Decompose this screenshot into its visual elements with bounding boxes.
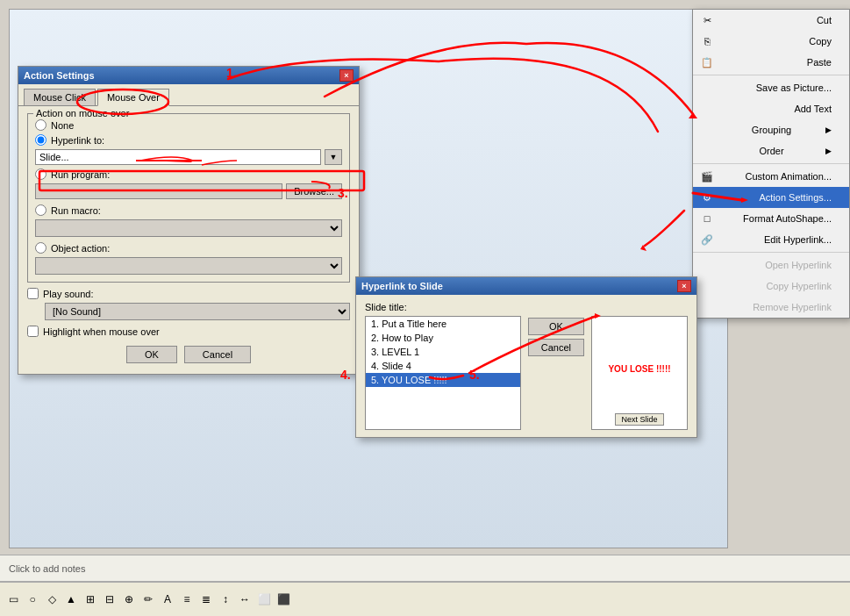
slide-preview-content: YOU LOSE !!!!! xyxy=(596,324,683,413)
toolbar-icon-11[interactable]: ≣ xyxy=(197,591,215,608)
action-settings-close[interactable]: × xyxy=(339,69,354,82)
toolbar-icon-1[interactable]: ▭ xyxy=(4,591,22,608)
action-group-box: Action on mouse over None Hyperlink to: … xyxy=(27,113,350,283)
grouping-icon xyxy=(700,123,714,137)
toolbar-icon-5[interactable]: ⊞ xyxy=(82,591,99,608)
play-sound-checkbox[interactable] xyxy=(27,288,39,299)
object-action-select-row xyxy=(35,257,342,275)
toolbar-icon-15[interactable]: ⬛ xyxy=(275,591,292,608)
menu-item-order[interactable]: Order ▶ xyxy=(693,140,849,161)
highlight-checkbox[interactable] xyxy=(27,326,39,337)
slide-preview-button[interactable]: Next Slide xyxy=(615,413,663,426)
radio-none-row: None xyxy=(35,119,342,131)
menu-item-add-text[interactable]: Add Text xyxy=(693,98,849,119)
menu-item-copy[interactable]: ⎘ Copy xyxy=(693,31,849,52)
toolbar-icon-6[interactable]: ⊟ xyxy=(101,591,118,608)
toolbar-icon-2[interactable]: ○ xyxy=(24,591,41,608)
tab-mouse-click[interactable]: Mouse Click xyxy=(24,89,96,106)
toolbar-icon-10[interactable]: ≡ xyxy=(178,591,196,608)
none-label: None xyxy=(51,120,74,131)
cut-icon: ✂ xyxy=(700,13,714,27)
hyperlink-cancel[interactable]: Cancel xyxy=(528,339,584,356)
action-settings-dialog: Action Settings × Mouse Click Mouse Over… xyxy=(18,66,360,375)
browse-button[interactable]: Browse... xyxy=(286,183,342,199)
macro-select[interactable] xyxy=(35,219,342,237)
hyperlink-select-row: Slide... ▼ xyxy=(35,149,342,165)
action-settings-ok[interactable]: OK xyxy=(126,346,177,363)
menu-item-cut[interactable]: ✂ Cut xyxy=(693,10,849,31)
hyperlink-value[interactable]: Slide... xyxy=(35,149,321,165)
radio-run-program-row: Run program: xyxy=(35,168,342,180)
toolbar-icon-4[interactable]: ▲ xyxy=(62,591,80,608)
action-settings-title: Action Settings xyxy=(24,70,95,81)
slide-item-4[interactable]: 4. Slide 4 xyxy=(366,359,520,373)
highlight-row: Highlight when mouse over xyxy=(27,326,350,337)
format-autoshape-icon: □ xyxy=(700,211,714,226)
animation-icon: 🎬 xyxy=(700,169,714,183)
toolbar-icon-3[interactable]: ◇ xyxy=(43,591,61,608)
radio-hyperlink[interactable] xyxy=(35,134,46,146)
hyperlink-content: 1. Put a Title here 2. How to Play 3. LE… xyxy=(365,316,688,430)
action-settings-tabs: Mouse Click Mouse Over xyxy=(18,84,359,106)
toolbar-icon-8[interactable]: ✏ xyxy=(139,591,157,608)
toolbar-icon-14[interactable]: ⬜ xyxy=(255,591,273,608)
slide-preview-text: YOU LOSE !!!!! xyxy=(608,364,670,374)
menu-item-edit-hyperlink[interactable]: 🔗 Edit Hyperlink... xyxy=(693,229,849,250)
radio-none[interactable] xyxy=(35,119,46,131)
slide-item-1[interactable]: 1. Put a Title here xyxy=(366,317,520,331)
slide-item-3[interactable]: 3. LEVEL 1 xyxy=(366,345,520,359)
run-macro-label: Run macro: xyxy=(51,205,101,216)
hyperlink-ok-cancel: OK Cancel xyxy=(528,316,584,430)
notes-area[interactable]: Click to add notes xyxy=(0,555,850,581)
hyperlink-ok[interactable]: OK xyxy=(528,318,584,335)
action-group-label: Action on mouse over xyxy=(33,108,132,118)
tab-mouse-over[interactable]: Mouse Over xyxy=(97,89,169,106)
sound-select-row: [No Sound] xyxy=(45,303,350,320)
radio-run-macro[interactable] xyxy=(35,204,46,216)
object-action-select[interactable] xyxy=(35,257,342,275)
hyperlink-icon: 🔗 xyxy=(700,233,714,247)
hyperlink-dropdown-btn[interactable]: ▼ xyxy=(325,149,342,165)
menu-item-save-as-picture[interactable]: Save as Picture... xyxy=(693,77,849,98)
separator-2 xyxy=(693,163,849,164)
copy-hyperlink-icon xyxy=(700,279,714,293)
menu-item-action-settings[interactable]: ⚙ Action Settings... xyxy=(693,187,849,208)
slide-list[interactable]: 1. Put a Title here 2. How to Play 3. LE… xyxy=(365,316,521,430)
radio-object-action[interactable] xyxy=(35,242,46,254)
menu-item-custom-animation[interactable]: 🎬 Custom Animation... xyxy=(693,166,849,187)
play-sound-label: Play sound: xyxy=(43,289,93,299)
hyperlink-close[interactable]: × xyxy=(677,280,691,292)
toolbar-icon-13[interactable]: ↔ xyxy=(236,591,254,608)
add-text-icon xyxy=(700,102,714,116)
save-picture-icon xyxy=(700,81,714,95)
menu-item-paste[interactable]: 📋 Paste xyxy=(693,52,849,73)
radio-run-macro-row: Run macro: xyxy=(35,204,342,216)
slide-item-2[interactable]: 2. How to Play xyxy=(366,331,520,345)
highlight-label: Highlight when mouse over xyxy=(43,326,160,337)
order-icon xyxy=(700,144,714,158)
toolbar-icon-9[interactable]: A xyxy=(159,591,176,608)
action-settings-buttons: OK Cancel xyxy=(27,340,350,367)
hyperlink-title: Hyperlink to Slide xyxy=(361,281,443,291)
slide-item-5[interactable]: 5. YOU LOSE !!!!! xyxy=(366,373,520,387)
run-program-row: Browse... xyxy=(35,183,342,199)
run-program-input[interactable] xyxy=(35,183,282,199)
action-settings-body: Action on mouse over None Hyperlink to: … xyxy=(18,106,359,374)
radio-run-program[interactable] xyxy=(35,168,46,180)
slide-list-area: 1. Put a Title here 2. How to Play 3. LE… xyxy=(365,316,521,430)
menu-item-open-hyperlink: Open Hyperlink xyxy=(693,254,849,276)
slide-title-label: Slide title: xyxy=(365,302,688,312)
radio-hyperlink-row: Hyperlink to: xyxy=(35,134,342,146)
sound-select[interactable]: [No Sound] xyxy=(45,303,350,320)
grouping-submenu-arrow: ▶ xyxy=(825,125,832,134)
action-settings-cancel[interactable]: Cancel xyxy=(184,346,251,363)
hyperlink-to-slide-dialog: Hyperlink to Slide × Slide title: 1. Put… xyxy=(355,276,697,438)
menu-item-grouping[interactable]: Grouping ▶ xyxy=(693,119,849,140)
toolbar-icon-12[interactable]: ↕ xyxy=(217,591,234,608)
hyperlink-titlebar: Hyperlink to Slide × xyxy=(356,277,696,295)
slide-preview-area: YOU LOSE !!!!! Next Slide xyxy=(591,316,688,430)
radio-object-action-row: Object action: xyxy=(35,242,342,254)
toolbar-icon-7[interactable]: ⊕ xyxy=(120,591,138,608)
menu-item-format-autoshape[interactable]: □ Format AutoShape... xyxy=(693,208,849,229)
action-settings-icon: ⚙ xyxy=(700,190,714,204)
